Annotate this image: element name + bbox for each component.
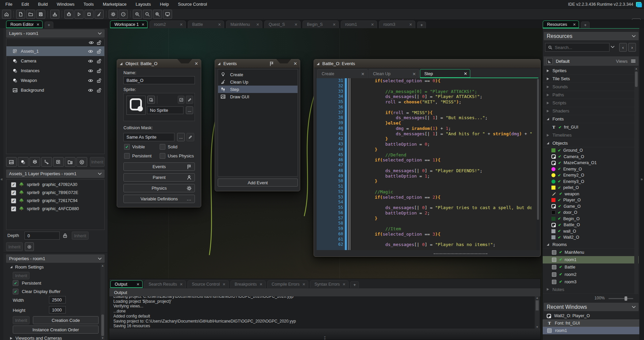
asset-row-graphic_72617c94[interactable]: ✓sprite9graphic_72617C94 bbox=[6, 197, 104, 205]
event-item-draw-gui[interactable]: Draw GUI bbox=[218, 93, 298, 100]
add-asset-layer-button[interactable] bbox=[53, 157, 64, 167]
add-instance-layer-button[interactable] bbox=[18, 157, 29, 167]
eye-icon[interactable] bbox=[88, 88, 93, 93]
close-icon[interactable]: ✕ bbox=[294, 22, 298, 27]
inherit-button[interactable]: Inherit bbox=[6, 242, 23, 251]
add-folder-add-button[interactable] bbox=[65, 157, 75, 167]
parent-button[interactable]: Parent bbox=[123, 173, 195, 182]
tab-workspace-1[interactable]: Workspace 1✕ bbox=[110, 20, 148, 28]
add-cancel-button[interactable] bbox=[76, 157, 87, 167]
resource-item-room1[interactable]: ✔room1 bbox=[543, 256, 639, 263]
scrollbar-thumb[interactable] bbox=[536, 300, 539, 310]
room-inherit-button[interactable]: Inherit bbox=[13, 272, 30, 279]
collapse-triangle-icon[interactable] bbox=[317, 62, 319, 65]
persistent-checkbox[interactable]: ✓ bbox=[124, 153, 130, 159]
home-button[interactable] bbox=[2, 10, 11, 19]
resource-item-mazecamera_o1[interactable]: ✔MazeCamera_O1 bbox=[543, 160, 639, 166]
help-button[interactable]: ? bbox=[119, 10, 128, 19]
collapse-right-icon[interactable]: » bbox=[639, 177, 644, 182]
close-icon[interactable]: ✕ bbox=[36, 22, 39, 27]
debug-button[interactable] bbox=[64, 10, 73, 19]
collision-mask-field[interactable]: Same As Sprite bbox=[123, 133, 174, 141]
resource-item-ground_o[interactable]: ✔Ground_O bbox=[543, 147, 639, 154]
close-icon[interactable]: ✕ bbox=[142, 22, 145, 27]
assets-properties-dropdown[interactable]: Assets_1 Layer Properties - room1 bbox=[6, 169, 105, 178]
hamburger-icon[interactable] bbox=[631, 58, 636, 64]
output-tab-output[interactable]: Output✕ bbox=[110, 280, 143, 288]
eye-icon[interactable] bbox=[89, 40, 94, 45]
lock-open-icon[interactable] bbox=[96, 68, 102, 74]
close-icon[interactable]: ✕ bbox=[293, 61, 297, 66]
scroll-up-icon[interactable]: ▲ bbox=[634, 67, 638, 70]
workspace-canvas[interactable]: Object: Battle_O ✕ Name: Sprite: No Spri… bbox=[108, 28, 542, 340]
clear-display-buffer-checkbox[interactable]: ✓ bbox=[13, 289, 18, 294]
recent-window-font-fnt-gui[interactable]: TFont: fnt_GUI bbox=[543, 320, 640, 327]
slider-thumb[interactable] bbox=[625, 296, 627, 301]
close-icon[interactable]: ✕ bbox=[333, 22, 336, 27]
lock-open-icon[interactable] bbox=[96, 58, 102, 64]
output-log[interactable]: Loading project: C:\Users\Zachary\Docume… bbox=[109, 296, 534, 329]
add-path-layer-button[interactable] bbox=[41, 157, 52, 167]
output-tab-syntax-errors[interactable]: Syntax Errors✕ bbox=[310, 280, 348, 288]
close-icon[interactable]: ✕ bbox=[218, 22, 221, 27]
scroll-down-icon[interactable]: ▼ bbox=[101, 337, 105, 340]
resource-item-enemy_o[interactable]: ✔Enemy_O bbox=[543, 166, 639, 173]
close-icon[interactable]: ✕ bbox=[573, 22, 576, 27]
eye-icon[interactable] bbox=[88, 58, 93, 64]
code-horizontal-scrollbar[interactable] bbox=[434, 253, 487, 254]
add-background-layer-button[interactable] bbox=[6, 157, 17, 167]
variable-definitions-button[interactable]: Variable Definitions... bbox=[123, 195, 195, 203]
close-icon[interactable]: ✕ bbox=[195, 61, 198, 66]
resources-dropdown[interactable]: Resources bbox=[544, 32, 639, 40]
resource-category-fonts[interactable]: Fonts bbox=[543, 115, 639, 123]
resource-category-shaders[interactable]: Shaders bbox=[543, 107, 639, 115]
asset-row-graphic_7b9e072e[interactable]: ✓sprite9graphic_7B9E072E bbox=[6, 189, 104, 197]
tab-quest_s[interactable]: Quest_S✕ bbox=[264, 20, 301, 28]
resource-item-player_o[interactable]: ✔Player_O bbox=[543, 197, 639, 203]
asset-checkbox[interactable]: ✓ bbox=[11, 190, 16, 195]
resource-category-sounds[interactable]: Sounds bbox=[543, 83, 639, 91]
solid-checkbox[interactable]: ✓ bbox=[160, 144, 165, 150]
resource-item-camera_o[interactable]: ✔Camera_O bbox=[543, 154, 639, 160]
collapse-triangle-icon[interactable] bbox=[120, 62, 122, 65]
close-icon[interactable]: ✕ bbox=[256, 22, 259, 27]
properties-scrollbar[interactable]: ▲ ▼ bbox=[101, 264, 105, 340]
resource-category-rooms[interactable]: Rooms bbox=[543, 241, 639, 249]
resource-category-sprites[interactable]: Sprites bbox=[543, 67, 639, 75]
output-tab-breakpoints[interactable]: Breakpoints✕ bbox=[230, 280, 266, 288]
close-icon[interactable]: ✕ bbox=[302, 282, 305, 287]
height-input[interactable] bbox=[49, 306, 66, 313]
sprite-browse-button[interactable]: ... bbox=[186, 106, 193, 114]
output-tab-compile-errors[interactable]: Compile Errors✕ bbox=[267, 280, 309, 288]
tab-begin_s[interactable]: Begin_S✕ bbox=[303, 20, 339, 28]
code-text[interactable]: if(selected_option == 0){ //a_message[0]… bbox=[350, 78, 532, 250]
resource-item-begin_o[interactable]: ✔Begin_O bbox=[543, 216, 639, 222]
scrollbar-thumb[interactable] bbox=[537, 79, 539, 220]
clear-inherit-button[interactable] bbox=[25, 242, 34, 251]
close-icon[interactable]: ✕ bbox=[180, 282, 183, 287]
resource-category-notes[interactable]: Notes bbox=[543, 286, 639, 294]
resource-item-mainmenu[interactable]: ✔MainMenu bbox=[543, 249, 639, 256]
close-icon[interactable]: ✕ bbox=[371, 22, 374, 27]
resource-item-enemy3_o[interactable]: ✔Enemy3_O bbox=[543, 179, 639, 185]
asset-checkbox[interactable]: ✓ bbox=[11, 182, 16, 187]
target-devices-button[interactable] bbox=[163, 10, 172, 19]
depth-input[interactable] bbox=[24, 232, 60, 240]
new-tab-button[interactable]: + bbox=[417, 21, 426, 28]
depth-inherit-button[interactable]: Inherit bbox=[72, 232, 89, 240]
menu-item-build[interactable]: Build bbox=[38, 2, 48, 7]
lock-closed-icon[interactable] bbox=[62, 233, 68, 239]
menu-item-windows[interactable]: Windows bbox=[57, 2, 74, 7]
close-icon[interactable]: ✕ bbox=[361, 71, 365, 77]
chat-icon[interactable] bbox=[636, 2, 641, 7]
scroll-up-icon[interactable]: ▲ bbox=[535, 296, 539, 299]
recent-window-wall2-o-player-o[interactable]: Wall2_O: Player_O bbox=[543, 312, 640, 320]
edit-image-button[interactable] bbox=[178, 96, 184, 104]
close-icon[interactable]: ✕ bbox=[260, 282, 263, 287]
expand-down-icon[interactable]: ⌄⌄ bbox=[323, 335, 326, 339]
resource-search[interactable]: Search... bbox=[545, 43, 609, 52]
event-item-clean-up[interactable]: Clean Up bbox=[218, 78, 298, 86]
code-vertical-scrollbar[interactable] bbox=[536, 78, 540, 250]
close-icon[interactable]: ✕ bbox=[180, 22, 183, 27]
stop-button[interactable] bbox=[85, 10, 94, 19]
